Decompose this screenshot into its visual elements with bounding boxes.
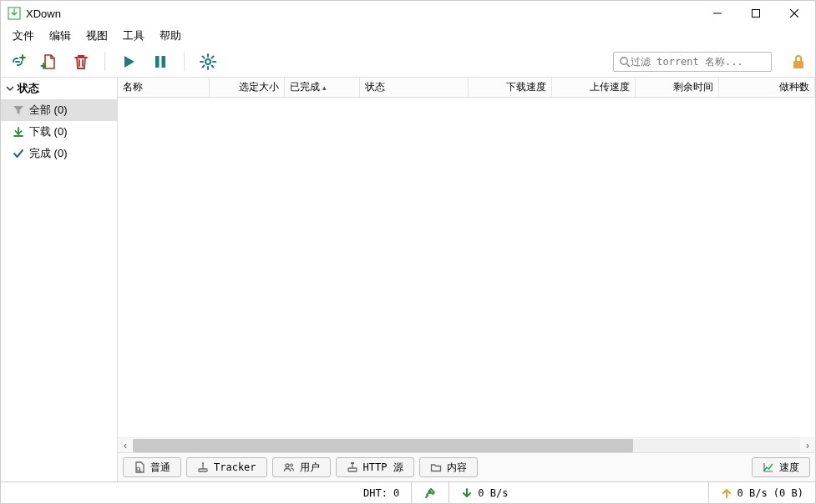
add-file-button[interactable] [39,52,59,72]
svg-point-15 [202,462,204,464]
check-icon [13,148,24,159]
settings-button[interactable] [198,52,218,72]
sidebar-item-label: 全部 (0) [29,103,68,118]
tab-label: HTTP 源 [363,461,403,475]
tab-general[interactable]: 普通 [123,457,181,477]
tab-label: 用户 [300,461,320,475]
svg-point-11 [137,467,140,471]
status-dht[interactable]: DHT: 0 [352,482,411,503]
sidebar: 状态 全部 (0) 下载 (0) 完成 (0) [1,78,118,481]
folder-icon [430,461,442,473]
sort-asc-icon: ▴ [322,83,327,92]
app-icon [8,7,21,20]
delete-button[interactable] [71,52,91,72]
sidebar-item-all[interactable]: 全部 (0) [1,99,117,121]
svg-point-16 [286,464,289,467]
filter-icon [13,104,24,116]
col-seeds[interactable]: 做种数 [719,78,815,97]
svg-point-7 [205,59,210,64]
svg-rect-10 [793,61,803,68]
search-icon [619,56,631,68]
tab-label: Tracker [214,461,256,473]
statusbar: DHT: 0 0 B/s 0 B/s (0 B) [1,481,815,503]
chart-icon [763,461,774,473]
toolbar [1,46,815,78]
toolbar-separator [104,53,105,71]
svg-rect-5 [155,56,160,68]
menu-edit[interactable]: 编辑 [43,26,78,46]
status-download-speed[interactable]: 0 B/s [449,482,520,503]
tab-label: 普通 [150,461,170,475]
tab-speed[interactable]: 速度 [752,457,810,477]
table-header: 名称 选定大小 已完成▴ 状态 下载速度 上传速度 剩余时间 做种数 [118,78,815,98]
down-arrow-icon [461,487,473,499]
sidebar-item-downloading[interactable]: 下载 (0) [1,121,117,143]
status-connection[interactable] [412,482,449,503]
sidebar-header[interactable]: 状态 [1,78,117,99]
titlebar: XDown [1,1,815,26]
tab-label: 速度 [779,461,799,475]
main-area: 名称 选定大小 已完成▴ 状态 下载速度 上传速度 剩余时间 做种数 ‹ › [118,78,815,481]
pause-button[interactable] [150,52,170,72]
tab-tracker[interactable]: Tracker [186,457,267,477]
download-icon [13,126,24,138]
sidebar-header-label: 状态 [18,81,39,96]
col-completed[interactable]: 已完成▴ [285,78,360,97]
tracker-icon [197,461,209,473]
horizontal-scrollbar[interactable]: ‹ › [118,437,815,452]
menubar: 文件 编辑 视图 工具 帮助 [1,26,815,46]
tab-label: 内容 [447,461,467,475]
users-icon [283,461,295,473]
menu-file[interactable]: 文件 [6,26,41,46]
lock-icon[interactable] [788,52,808,72]
up-arrow-icon [721,487,732,499]
plug-icon [423,486,437,500]
svg-rect-18 [348,468,357,471]
svg-line-9 [626,63,630,67]
toolbar-separator-2 [184,53,185,71]
tab-http[interactable]: HTTP 源 [336,457,414,477]
svg-point-8 [621,57,627,63]
col-down-speed[interactable]: 下载速度 [469,78,552,97]
scroll-track[interactable] [133,439,800,452]
col-eta[interactable]: 剩余时间 [636,78,719,97]
add-link-button[interactable] [8,52,28,72]
sidebar-item-completed[interactable]: 完成 (0) [1,143,117,164]
document-icon [134,461,145,473]
maximize-button[interactable] [737,1,775,26]
scroll-right-icon[interactable]: › [800,439,815,452]
col-selected-size[interactable]: 选定大小 [210,78,285,97]
search-box[interactable] [613,52,772,72]
svg-rect-13 [199,469,207,471]
torrent-table: 名称 选定大小 已完成▴ 状态 下载速度 上传速度 剩余时间 做种数 ‹ › [118,78,815,453]
start-button[interactable] [119,52,139,72]
sidebar-item-label: 下载 (0) [29,124,68,139]
menu-help[interactable]: 帮助 [153,26,188,46]
col-name[interactable]: 名称 [118,78,210,97]
status-upload-speed[interactable]: 0 B/s (0 B) [709,482,815,503]
scroll-left-icon[interactable]: ‹ [118,439,133,452]
tab-peers[interactable]: 用户 [272,457,331,477]
close-button[interactable] [775,1,813,26]
server-icon [347,461,358,473]
chevron-down-icon [6,84,14,93]
svg-rect-20 [351,462,354,464]
minimize-button[interactable] [698,1,737,26]
menu-view[interactable]: 视图 [79,26,114,46]
window-title: XDown [26,8,698,20]
menu-tools[interactable]: 工具 [116,26,151,46]
col-status[interactable]: 状态 [360,78,469,97]
svg-rect-2 [753,10,760,18]
sidebar-item-label: 完成 (0) [29,146,68,161]
scroll-thumb[interactable] [133,439,633,452]
search-input[interactable] [631,56,766,68]
detail-tabs: 普通 Tracker 用户 HTTP 源 内容 [118,453,815,481]
tab-content[interactable]: 内容 [419,457,478,477]
col-up-speed[interactable]: 上传速度 [552,78,636,97]
svg-line-12 [139,471,141,472]
svg-rect-6 [162,56,166,68]
table-body-empty [118,98,815,437]
svg-point-17 [290,464,292,466]
